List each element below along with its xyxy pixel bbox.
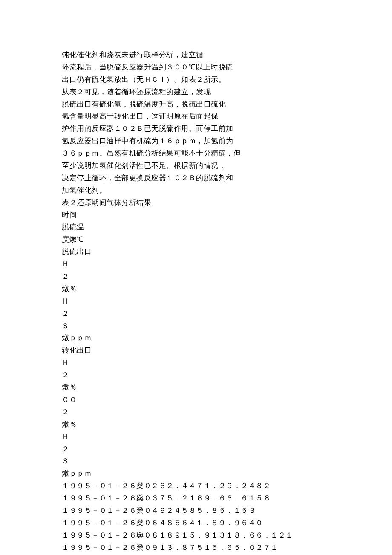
table-header: 脱硫出口 — [62, 246, 330, 258]
text-line: 决定停止循环，全部更换反应器１０２Ｂ的脱硫剂和 — [62, 172, 330, 185]
table-header: ＣＯ — [62, 394, 330, 406]
table-header: Ｓ — [62, 455, 330, 468]
text-line: 护作用的反应器１０２Ｂ已无脱硫作用。而停工前加 — [62, 123, 330, 135]
text-line: 氢含量明显高于转化出口，这证明原在后面起保 — [62, 110, 330, 123]
table-header: ２ — [62, 308, 330, 320]
text-line: 环流程后，当脱硫反应器升温到３００℃以上时脱硫 — [62, 61, 330, 74]
table-row: １９９５－０１－２６燊０９１３．８７５１５．６５．０２７１ — [62, 542, 330, 554]
table-header: 转化出口 — [62, 344, 330, 357]
table-row: １９９５－０１－２６燊０８１８９１５．９１３１８．６６．１２１ — [62, 529, 330, 542]
table-header: ２ — [62, 369, 330, 382]
text-line: 钝化催化剂和烧炭未进行取样分析，建立循 — [62, 49, 330, 61]
table-header: 时间 — [62, 209, 330, 222]
table-header: 燉％ — [62, 419, 330, 431]
table-header: Ｈ — [62, 357, 330, 369]
table-header: Ｈ — [62, 431, 330, 443]
table-title: 表２还原期间气体分析结果 — [62, 197, 330, 209]
table-header: Ｓ — [62, 320, 330, 332]
text-line: 脱硫出口有硫化氢，脱硫温度升高，脱硫出口硫化 — [62, 98, 330, 111]
table-header: 燉％ — [62, 382, 330, 394]
text-line: 加氢催化剂。 — [62, 185, 330, 197]
table-header: 度燉℃ — [62, 234, 330, 246]
table-row: １９９５－０１－２６燊０４９２４５８５．８５．１５３ — [62, 505, 330, 517]
table-header: 燉％ — [62, 283, 330, 295]
table-row: １９９５－０１－２６燊０３７５．２１６９．６６．６１５８ — [62, 492, 330, 505]
table-row: １９９５－０１－２６燊０６４８５６４１．８９．９６４０ — [62, 517, 330, 529]
table-header: ２ — [62, 406, 330, 419]
table-header: 燉ｐｐｍ — [62, 332, 330, 344]
document-page: 钝化催化剂和烧炭未进行取样分析，建立循 环流程后，当脱硫反应器升温到３００℃以上… — [0, 0, 392, 555]
table-row: １９９５－０１－２６燊０２６２．４４７１．２９．２４８２ — [62, 480, 330, 492]
table-header: ２ — [62, 443, 330, 456]
table-header: Ｈ — [62, 295, 330, 308]
text-line: 从表２可见，随着循环还原流程的建立，发现 — [62, 86, 330, 98]
table-header: 脱硫温 — [62, 221, 330, 234]
text-line: 氢反应器出口油样中有机硫为１６ｐｐｍ，加氢前为 — [62, 135, 330, 147]
text-line: 出口仍有硫化氢放出（无ＨＣｌ）。如表２所示。 — [62, 74, 330, 86]
text-line: ３６ｐｐｍ。虽然有机硫分析结果可能不十分精确，但 — [62, 147, 330, 160]
table-header: 燉ｐｐｍ — [62, 468, 330, 480]
table-header: Ｈ — [62, 258, 330, 271]
text-line: 至少说明加氢催化剂活性已不足。根据新的情况， — [62, 160, 330, 172]
table-header: ２ — [62, 271, 330, 283]
